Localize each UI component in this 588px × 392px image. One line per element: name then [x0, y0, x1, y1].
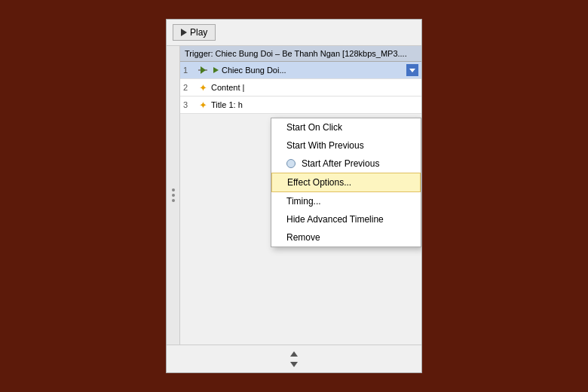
- row-number-2: 2: [183, 83, 197, 92]
- animation-panel: Play Trigger: Chiec Bung Doi – Be Thanh …: [166, 19, 422, 373]
- sidebar-dot-3: [172, 199, 175, 202]
- arrow-down-icon: [290, 362, 298, 367]
- context-menu-item-timing[interactable]: Timing...: [271, 192, 421, 210]
- panel-toolbar: Play: [167, 20, 421, 46]
- row-icon-1: [197, 64, 209, 76]
- trigger-bar: Trigger: Chiec Bung Doi – Be Thanh Ngan …: [180, 46, 421, 62]
- animation-row-3[interactable]: 3 ✦ Title 1: h: [180, 96, 421, 114]
- panel-content: Trigger: Chiec Bung Doi – Be Thanh Ngan …: [167, 46, 421, 345]
- context-menu-item-start-on-click[interactable]: Start On Click: [271, 118, 421, 136]
- hide-advanced-timeline-label: Hide Advanced Timeline: [286, 214, 384, 225]
- scroll-up-button[interactable]: [287, 348, 301, 359]
- context-menu-item-start-with-previous[interactable]: Start With Previous: [271, 136, 421, 155]
- scroll-arrows: [167, 345, 421, 372]
- animation-row-2[interactable]: 2 ✦ Content |: [180, 79, 421, 96]
- effect-options-label: Effect Options...: [287, 177, 351, 188]
- sidebar-dot-2: [172, 194, 175, 197]
- start-on-click-label: Start On Click: [286, 122, 342, 133]
- animation-list-area: Trigger: Chiec Bung Doi – Be Thanh Ngan …: [180, 46, 421, 345]
- animation-row-1[interactable]: 1 Chiec Bung Doi...: [180, 62, 421, 79]
- clock-icon: [286, 159, 296, 168]
- play-icon: [181, 29, 187, 36]
- row-dropdown-arrow-1: [409, 69, 415, 72]
- scroll-down-button[interactable]: [287, 359, 301, 369]
- row-dropdown-1[interactable]: [406, 64, 418, 76]
- row-text-3: Title 1: h: [211, 100, 418, 109]
- context-menu-item-remove[interactable]: Remove: [271, 228, 421, 247]
- play-label: Play: [190, 27, 207, 38]
- svg-marker-1: [201, 66, 206, 74]
- small-play-icon: [213, 67, 219, 73]
- play-button[interactable]: Play: [173, 24, 216, 41]
- row-icon-2: ✦: [197, 81, 209, 93]
- start-with-previous-label: Start With Previous: [286, 140, 364, 151]
- row-number-3: 3: [183, 100, 197, 109]
- context-menu-item-hide-advanced-timeline[interactable]: Hide Advanced Timeline: [271, 210, 421, 228]
- row-icon-3: ✦: [197, 99, 209, 111]
- timing-label: Timing...: [286, 196, 321, 207]
- context-menu: Start On Click Start With Previous Start…: [271, 118, 421, 247]
- context-menu-item-start-after-previous[interactable]: Start After Previous: [271, 155, 421, 173]
- remove-label: Remove: [286, 232, 320, 243]
- arrow-up-icon: [290, 351, 298, 357]
- left-sidebar: [167, 46, 180, 345]
- context-menu-item-effect-options[interactable]: Effect Options...: [271, 173, 421, 192]
- row-play-indicator-1: [211, 66, 220, 75]
- row-text-2: Content |: [211, 83, 418, 92]
- start-after-previous-label: Start After Previous: [302, 158, 379, 169]
- sidebar-dot-1: [172, 188, 175, 191]
- row-number-1: 1: [183, 66, 197, 75]
- row-text-1: Chiec Bung Doi...: [222, 66, 406, 75]
